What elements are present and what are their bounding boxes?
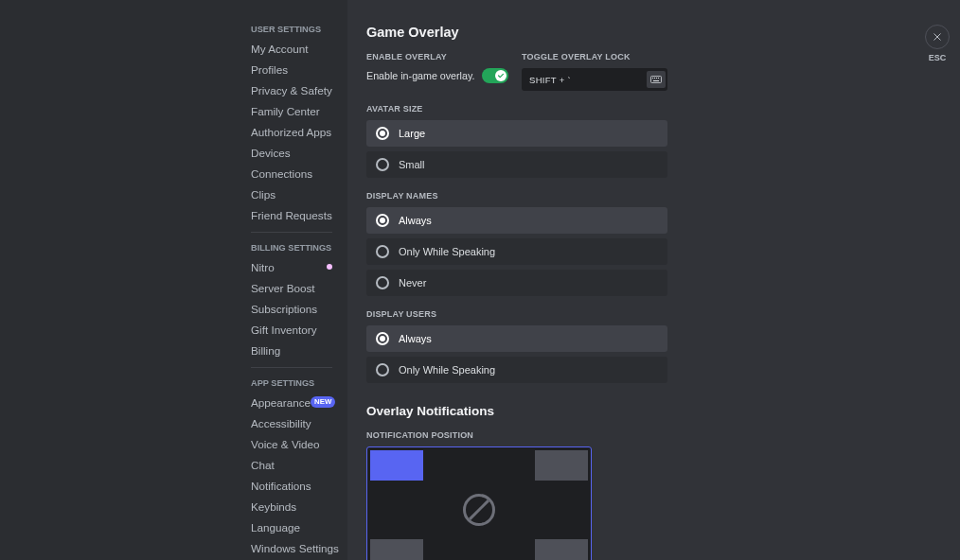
sidebar-section-header: USER SETTINGS [243,25,340,38]
settings-content: ESC Game Overlay ENABLE OVERLAY Enable i… [347,0,960,560]
radio-icon [376,245,389,258]
sidebar-item-billing[interactable]: Billing [243,340,340,360]
new-badge: NEW [311,396,335,407]
position-bottom-left[interactable] [370,539,423,560]
keyboard-icon [647,71,666,88]
sidebar-item-devices[interactable]: Devices [243,142,340,163]
sidebar-item-friend-requests[interactable]: Friend Requests [243,204,340,225]
toggle-lock-header: TOGGLE OVERLAY LOCK [522,52,667,61]
sidebar-item-label: Devices [251,147,291,159]
close-icon [932,31,943,43]
sidebar-item-keybinds[interactable]: Keybinds [243,496,340,516]
sidebar-item-nitro[interactable]: Nitro [243,256,340,277]
svg-rect-2 [654,78,655,79]
sidebar-item-label: Privacy & Safety [251,84,332,96]
enable-overlay-toggle[interactable] [482,68,508,83]
sidebar-item-language[interactable]: Language [243,516,340,537]
sidebar-section-header: APP SETTINGS [243,375,340,392]
sidebar-item-profiles[interactable]: Profiles [243,59,340,79]
sidebar-item-voice-video[interactable]: Voice & Video [243,433,340,454]
sidebar-item-appearance[interactable]: AppearanceNEW [243,392,340,412]
sidebar-item-label: Server Boost [251,282,315,294]
avatar-size-option-small[interactable]: Small [366,151,667,178]
sidebar-item-label: Gift Inventory [251,324,317,336]
sidebar-item-label: Family Center [251,105,320,117]
radio-icon [376,363,389,376]
sidebar-item-server-boost[interactable]: Server Boost [243,277,340,298]
avatar-size-header: AVATAR SIZE [366,104,667,114]
close-button[interactable] [925,25,950,49]
position-top-left[interactable] [370,450,423,481]
sidebar-item-clips[interactable]: Clips [243,184,340,204]
radio-label: Never [399,277,426,289]
sidebar-separator [251,232,332,233]
sidebar-item-label: Windows Settings [251,542,339,554]
sidebar-item-privacy-safety[interactable]: Privacy & Safety [243,79,340,100]
sidebar-item-label: My Account [251,43,308,55]
position-disabled[interactable] [463,494,495,526]
sidebar-item-label: Friend Requests [251,209,332,221]
svg-rect-0 [651,77,662,83]
esc-label: ESC [929,53,947,62]
radio-label: Only While Speaking [399,364,495,376]
svg-rect-1 [652,78,653,79]
sidebar-item-label: Language [251,521,300,534]
radio-icon [376,127,389,140]
radio-icon [376,214,389,227]
radio-icon [376,158,389,171]
sidebar-item-notifications[interactable]: Notifications [243,475,340,496]
radio-label: Always [399,215,432,226]
overlay-notifications-title: Overlay Notifications [366,404,667,418]
overlay-lock-keybind[interactable]: SHIFT + ` [522,68,667,91]
check-icon [497,72,505,79]
sidebar-item-label: Voice & Video [251,438,320,450]
sidebar-separator [251,367,332,368]
sidebar-item-label: Connections [251,167,312,180]
sidebar-item-label: Keybinds [251,500,296,513]
sidebar-item-family-center[interactable]: Family Center [243,100,340,121]
sidebar-item-label: Clips [251,188,276,201]
settings-sidebar: USER SETTINGSMy AccountProfilesPrivacy &… [243,0,347,560]
sidebar-item-label: Authorized Apps [251,126,331,138]
display-users-option-only-while-speaking[interactable]: Only While Speaking [366,357,667,383]
display-users-header: DISPLAY USERS [366,309,667,319]
display-names-option-never[interactable]: Never [366,270,667,296]
avatar-size-option-large[interactable]: Large [366,120,667,147]
svg-rect-3 [656,78,657,79]
position-bottom-right[interactable] [535,539,588,560]
sidebar-item-label: Accessibility [251,417,311,429]
sidebar-item-subscriptions[interactable]: Subscriptions [243,298,340,319]
sidebar-item-gift-inventory[interactable]: Gift Inventory [243,319,340,340]
sidebar-item-label: Profiles [251,63,288,76]
sidebar-item-label: Subscriptions [251,303,317,315]
position-top-right[interactable] [535,450,588,481]
notification-position-header: NOTIFICATION POSITION [366,430,667,440]
sidebar-item-connections[interactable]: Connections [243,163,340,184]
radio-icon [376,332,389,345]
radio-label: Only While Speaking [399,246,495,257]
sidebar-item-label: Billing [251,344,280,357]
svg-rect-5 [653,80,659,81]
radio-label: Always [399,333,432,344]
sidebar-item-my-account[interactable]: My Account [243,38,340,59]
display-users-option-always[interactable]: Always [366,325,667,352]
radio-label: Large [399,128,425,139]
enable-overlay-header: ENABLE OVERLAY [366,52,508,61]
sidebar-item-windows-settings[interactable]: Windows Settings [243,537,340,558]
sidebar-item-accessibility[interactable]: Accessibility [243,412,340,433]
display-names-option-always[interactable]: Always [366,207,667,234]
radio-icon [376,276,389,289]
sidebar-item-chat[interactable]: Chat [243,454,340,475]
sidebar-section-header: BILLING SETTINGS [243,239,340,256]
notification-position-picker [366,446,592,560]
page-title: Game Overlay [366,25,667,40]
sidebar-item-label: Notifications [251,480,311,492]
sidebar-item-label: Nitro [251,261,275,273]
svg-rect-4 [658,78,659,79]
keybind-value: SHIFT + ` [529,75,571,85]
display-names-option-only-while-speaking[interactable]: Only While Speaking [366,238,667,265]
sidebar-item-label: Chat [251,459,275,471]
enable-overlay-label: Enable in-game overlay. [366,70,474,81]
display-names-header: DISPLAY NAMES [366,191,667,201]
sidebar-item-authorized-apps[interactable]: Authorized Apps [243,121,340,142]
